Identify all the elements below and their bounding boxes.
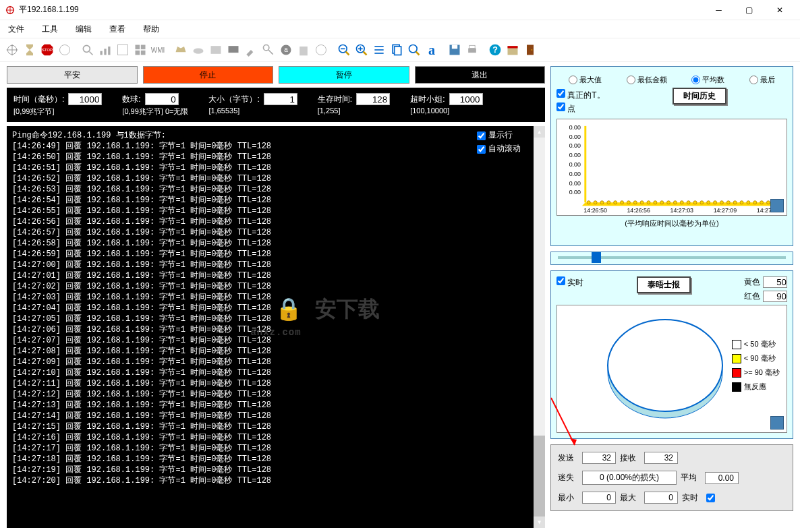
- save-pie-icon[interactable]: [770, 416, 784, 430]
- radio-min[interactable]: 最低金额: [627, 75, 667, 85]
- svg-point-88: [760, 201, 764, 204]
- save-icon[interactable]: [447, 42, 463, 58]
- zoom-minus-icon[interactable]: [336, 42, 352, 58]
- svg-point-19: [194, 49, 204, 54]
- globe-icon[interactable]: [313, 42, 329, 58]
- menubar: 文件 工具 编辑 查看 帮助: [0, 20, 800, 38]
- svg-point-96: [608, 320, 722, 411]
- ttl-input[interactable]: [356, 93, 390, 105]
- history-slider[interactable]: [550, 252, 793, 265]
- stop-button[interactable]: 停止: [143, 66, 274, 84]
- cloud-icon[interactable]: [190, 42, 206, 58]
- timeout-hint: [100,10000]: [410, 107, 482, 115]
- close-button[interactable]: ✕: [764, 1, 795, 20]
- chart-icon[interactable]: [97, 42, 113, 58]
- count-input[interactable]: [145, 93, 179, 105]
- exit-button[interactable]: 退出: [415, 66, 546, 84]
- svg-point-68: [627, 201, 630, 204]
- tool-icon[interactable]: [243, 42, 259, 58]
- print-icon[interactable]: [464, 42, 480, 58]
- titlebar: 平192.168.1.199 ─ ▢ ✕: [0, 0, 800, 20]
- at-icon[interactable]: a: [278, 42, 294, 58]
- timeout-input[interactable]: [449, 93, 483, 105]
- loss-value: 0 (0.00%的损失): [582, 471, 677, 485]
- network-icon[interactable]: [115, 42, 131, 58]
- door-icon[interactable]: [522, 42, 538, 58]
- yellow-label: 黄色: [744, 276, 760, 288]
- svg-point-83: [726, 201, 730, 204]
- crosshair-icon[interactable]: [57, 42, 73, 58]
- svg-rect-21: [229, 46, 239, 53]
- svg-text:0.00: 0.00: [569, 142, 581, 149]
- menu-view[interactable]: 查看: [109, 24, 125, 35]
- radio-avg[interactable]: 平均数: [691, 75, 724, 85]
- realtime-checkbox[interactable]: [706, 494, 715, 502]
- wmi-icon[interactable]: WMI: [150, 42, 166, 58]
- sent-value: 32: [582, 452, 616, 464]
- size-input[interactable]: [264, 93, 297, 105]
- svg-point-75: [673, 201, 677, 204]
- svg-point-40: [409, 45, 418, 53]
- ping-button[interactable]: 平安: [7, 66, 138, 84]
- svg-text:0.00: 0.00: [569, 171, 581, 177]
- radio-last[interactable]: 最后: [749, 75, 775, 85]
- svg-point-65: [607, 201, 610, 204]
- font-icon[interactable]: a: [424, 42, 440, 58]
- svg-point-70: [640, 201, 644, 204]
- menu-file[interactable]: 文件: [8, 24, 24, 35]
- stop-icon[interactable]: STOP: [39, 42, 55, 58]
- minimize-button[interactable]: ─: [704, 1, 734, 20]
- svg-rect-17: [136, 51, 140, 55]
- svg-point-85: [740, 201, 743, 204]
- ship-icon[interactable]: [173, 42, 189, 58]
- building-icon[interactable]: [295, 42, 312, 58]
- red-input[interactable]: [763, 291, 787, 302]
- menu-edit[interactable]: 编辑: [76, 24, 92, 35]
- recv-label: 接收: [620, 452, 640, 464]
- svg-point-77: [687, 201, 690, 204]
- chk-realtime[interactable]: 实时: [556, 276, 583, 289]
- pause-button[interactable]: 暂停: [279, 66, 409, 84]
- search-icon[interactable]: [406, 42, 422, 58]
- size-label: 大小（字节）:: [208, 94, 259, 105]
- svg-point-9: [83, 45, 90, 52]
- svg-point-27: [316, 45, 326, 55]
- menu-tools[interactable]: 工具: [42, 24, 58, 35]
- maximize-button[interactable]: ▢: [734, 1, 764, 20]
- menu-help[interactable]: 帮助: [143, 24, 159, 35]
- svg-point-79: [700, 201, 704, 204]
- hourglass-icon[interactable]: [22, 42, 38, 58]
- svg-point-62: [587, 201, 590, 204]
- svg-point-87: [753, 201, 757, 204]
- window-icon[interactable]: [208, 42, 224, 58]
- time-input[interactable]: [68, 93, 102, 105]
- action-bar: 平安 停止 暂停 退出: [7, 66, 545, 84]
- console-scrollbar[interactable]: ▴ ▾: [534, 126, 545, 528]
- grid-icon[interactable]: [132, 42, 148, 58]
- radio-max[interactable]: 最大值: [569, 75, 602, 85]
- svg-point-82: [720, 201, 723, 204]
- key-icon[interactable]: [260, 42, 277, 58]
- calendar-icon[interactable]: [505, 42, 521, 58]
- svg-rect-15: [136, 45, 140, 50]
- svg-point-63: [594, 201, 597, 204]
- svg-point-74: [667, 201, 670, 204]
- chk-point[interactable]: 点: [556, 102, 605, 115]
- sent-label: 发送: [558, 452, 578, 464]
- show-lines-checkbox[interactable]: 显示行: [477, 130, 521, 141]
- monitor-icon[interactable]: [225, 42, 241, 58]
- auto-scroll-checkbox[interactable]: 自动滚动: [477, 144, 521, 154]
- target-icon[interactable]: [4, 42, 20, 58]
- help-icon[interactable]: ?: [487, 42, 503, 58]
- svg-line-10: [90, 52, 93, 55]
- zoom-plus-icon[interactable]: [353, 42, 370, 58]
- svg-text:STOP: STOP: [42, 48, 53, 52]
- list-icon[interactable]: [371, 42, 387, 58]
- legend-lt90: < 90 毫秒: [732, 353, 780, 363]
- chk-true-t[interactable]: 真正的T。: [556, 89, 605, 101]
- magnify-icon[interactable]: [80, 42, 96, 58]
- save-chart-icon[interactable]: [770, 199, 784, 212]
- yellow-input[interactable]: [763, 276, 787, 288]
- svg-point-89: [767, 201, 770, 204]
- copy-icon[interactable]: [389, 42, 405, 58]
